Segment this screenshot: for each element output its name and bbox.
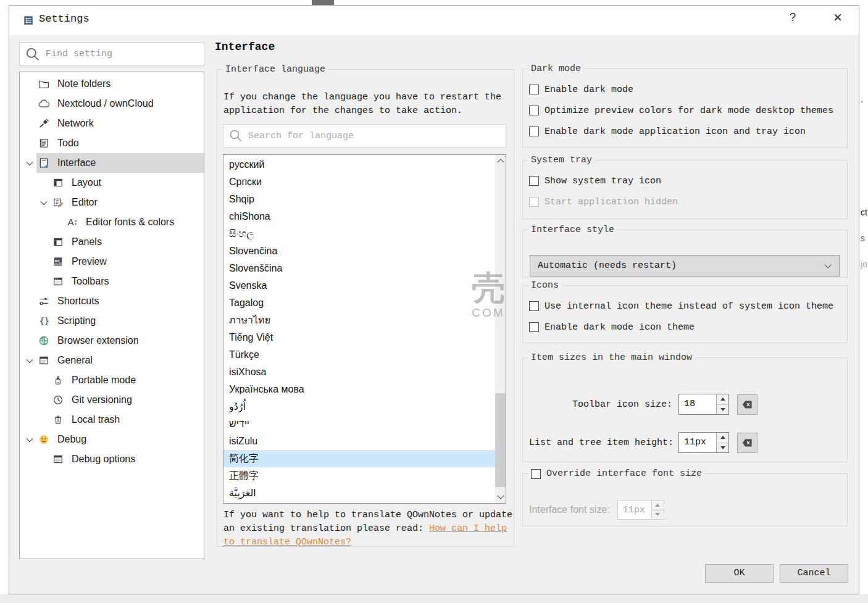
checkbox-enable-dark-mode[interactable]: Enable dark mode bbox=[529, 79, 847, 100]
sidebar-item-network[interactable]: Network bbox=[20, 114, 204, 133]
language-search-input[interactable] bbox=[248, 131, 501, 141]
sidebar-item-interface[interactable]: Interface bbox=[20, 153, 204, 173]
group-legend: Item sizes in the main window bbox=[528, 352, 695, 363]
stepper-value[interactable]: 18 bbox=[679, 394, 716, 414]
language-item[interactable]: ภาษาไทย bbox=[223, 312, 495, 329]
interface-style-dropdown[interactable]: Automatic (needs restart) bbox=[530, 255, 840, 277]
expander-icon[interactable] bbox=[23, 437, 36, 442]
language-item[interactable]: Tagalog bbox=[223, 294, 495, 312]
language-item[interactable]: Svenska bbox=[223, 277, 495, 294]
sidebar-item-browser-extension[interactable]: Browser extension bbox=[20, 331, 204, 351]
help-button[interactable]: ? bbox=[782, 10, 803, 30]
language-item[interactable]: اُرُدُو bbox=[223, 398, 495, 415]
spin-up-button[interactable] bbox=[717, 433, 728, 443]
checkbox-label: Enable dark mode application icon and tr… bbox=[545, 127, 806, 137]
background-text-fragment: jo bbox=[861, 259, 867, 269]
sidebar-item-portable-mode[interactable]: Portable mode bbox=[20, 370, 204, 390]
sidebar-item-content: Editor bbox=[51, 193, 204, 212]
language-item[interactable]: 简化字 bbox=[223, 450, 495, 467]
language-item[interactable]: יידיש bbox=[223, 415, 495, 433]
system-tray-group: System tray Show system tray icon Start … bbox=[522, 155, 848, 219]
expander-icon[interactable] bbox=[23, 160, 36, 165]
sidebar-item-preview[interactable]: Preview bbox=[20, 252, 204, 272]
title-bar: Settings ? ✕ bbox=[9, 6, 859, 35]
checkbox[interactable] bbox=[529, 106, 539, 115]
checkbox-enable-dark-mode-icon-theme[interactable]: Enable dark mode icon theme bbox=[529, 317, 847, 338]
interface-icon bbox=[38, 157, 49, 168]
language-item[interactable]: Українська мова bbox=[223, 381, 495, 398]
sidebar-item-label: Toolbars bbox=[72, 276, 109, 287]
find-setting-input[interactable] bbox=[46, 49, 199, 59]
language-item[interactable]: русский bbox=[223, 156, 495, 173]
clear-button[interactable] bbox=[737, 433, 757, 453]
sidebar-item-nextcloud-owncloud[interactable]: Nextcloud / ownCloud bbox=[20, 94, 204, 114]
language-item[interactable]: Shqip bbox=[223, 191, 495, 208]
language-item[interactable]: isiZulu bbox=[223, 433, 495, 450]
find-setting-search[interactable] bbox=[19, 42, 204, 66]
spin-down-button[interactable] bbox=[717, 443, 728, 453]
language-item[interactable]: chiShona bbox=[223, 208, 495, 225]
toolbar-icon bbox=[52, 276, 64, 287]
close-button[interactable]: ✕ bbox=[825, 10, 850, 30]
spin-down-button[interactable] bbox=[717, 405, 728, 415]
toolbar-icon-size-stepper[interactable]: 18 bbox=[678, 394, 729, 415]
checkbox[interactable] bbox=[529, 127, 539, 136]
sidebar-item-general[interactable]: General bbox=[20, 351, 204, 370]
language-item[interactable]: Српски bbox=[223, 173, 495, 191]
language-item[interactable]: Slovenčina bbox=[223, 243, 495, 260]
language-item[interactable]: සිංහල bbox=[223, 225, 495, 243]
sidebar-item-git-versioning[interactable]: Git versioning bbox=[20, 390, 204, 410]
sidebar-item-label: Note folders bbox=[57, 78, 111, 89]
language-item[interactable]: Türkçe bbox=[223, 346, 495, 364]
language-item[interactable]: Tiếng Việt bbox=[223, 329, 495, 346]
sidebar-item-content: Layout bbox=[51, 173, 204, 193]
clear-button[interactable] bbox=[737, 394, 757, 415]
braces-icon bbox=[38, 315, 49, 326]
item-sizes-group: Item sizes in the main window Toolbar ic… bbox=[522, 352, 848, 462]
sidebar-item-editor[interactable]: Editor bbox=[20, 193, 204, 212]
language-item[interactable]: العَرَبِيَّة bbox=[223, 484, 495, 502]
checkbox-label: Optimize preview colors for dark mode de… bbox=[545, 106, 833, 116]
language-search[interactable] bbox=[223, 124, 506, 148]
background-text-fragment: ct bbox=[861, 207, 867, 217]
sidebar-item-scripting[interactable]: Scripting bbox=[20, 311, 204, 331]
checkbox-override-interface-font-size[interactable] bbox=[531, 469, 541, 479]
checkbox-use-internal-icon-theme[interactable]: Use internal icon theme instead of syste… bbox=[529, 296, 847, 317]
page-title: Interface bbox=[215, 41, 275, 53]
sidebar-item-todo[interactable]: Todo bbox=[20, 133, 204, 153]
language-item[interactable]: 正體字 bbox=[223, 467, 495, 484]
checkbox-show-system-tray-icon[interactable]: Show system tray icon bbox=[529, 170, 847, 191]
scrollbar-thumb[interactable] bbox=[495, 393, 506, 487]
list-tree-height-stepper[interactable]: 11px bbox=[678, 432, 729, 453]
panel-icon bbox=[52, 236, 64, 247]
checkbox-dark-mode-app-icon[interactable]: Enable dark mode application icon and tr… bbox=[529, 121, 847, 142]
sidebar-item-shortcuts[interactable]: Shortcuts bbox=[20, 291, 204, 311]
scroll-up-icon[interactable] bbox=[495, 155, 506, 166]
sidebar-item-debug-options[interactable]: Debug options bbox=[20, 449, 204, 469]
sidebar-item-label: Git versioning bbox=[72, 394, 132, 405]
background-strip bbox=[312, 0, 334, 5]
cancel-button[interactable]: Cancel bbox=[780, 564, 848, 583]
stepper-value[interactable]: 11px bbox=[679, 433, 716, 452]
sidebar-item-editor-fonts-colors[interactable]: Editor fonts & colors bbox=[20, 212, 204, 232]
ok-button[interactable]: OK bbox=[705, 564, 774, 583]
scroll-down-icon[interactable] bbox=[495, 492, 506, 503]
sidebar-item-layout[interactable]: Layout bbox=[20, 173, 204, 193]
expander-icon[interactable] bbox=[23, 358, 36, 363]
sidebar-item-debug[interactable]: Debug bbox=[20, 430, 204, 449]
interface-font-size-label: Interface font size: bbox=[529, 504, 610, 515]
sidebar-item-toolbars[interactable]: Toolbars bbox=[20, 272, 204, 291]
sidebar-item-note-folders[interactable]: Note folders bbox=[20, 74, 204, 94]
language-item[interactable]: isiXhosa bbox=[223, 364, 495, 381]
expander-icon[interactable] bbox=[37, 200, 51, 205]
sidebar-item-local-trash[interactable]: Local trash bbox=[20, 410, 204, 430]
checkbox[interactable] bbox=[529, 301, 539, 311]
checkbox[interactable] bbox=[529, 85, 539, 94]
language-item[interactable]: Slovenščina bbox=[223, 260, 495, 277]
background-text-fragment: · bbox=[861, 96, 864, 106]
checkbox[interactable] bbox=[529, 322, 539, 332]
checkbox[interactable] bbox=[529, 176, 539, 186]
sidebar-item-panels[interactable]: Panels bbox=[20, 232, 204, 252]
spin-up-button[interactable] bbox=[717, 394, 728, 405]
checkbox-optimize-preview-colors[interactable]: Optimize preview colors for dark mode de… bbox=[529, 100, 847, 121]
